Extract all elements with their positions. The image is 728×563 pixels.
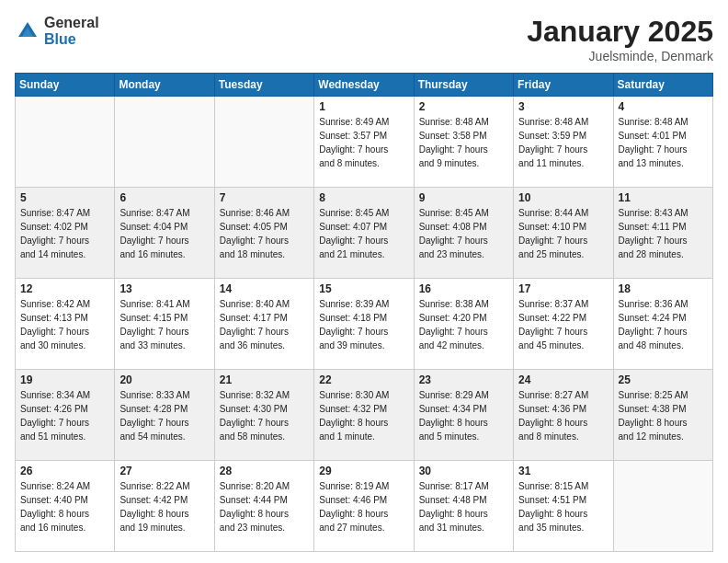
calendar-day-cell: 5Sunrise: 8:47 AMSunset: 4:02 PMDaylight… — [16, 188, 115, 279]
header-tuesday: Tuesday — [214, 74, 313, 97]
day-info: Sunrise: 8:15 AMSunset: 4:51 PMDaylight:… — [518, 479, 608, 534]
day-info: Sunrise: 8:41 AMSunset: 4:15 PMDaylight:… — [119, 297, 209, 352]
day-info: Sunrise: 8:19 AMSunset: 4:46 PMDaylight:… — [319, 479, 408, 534]
day-info: Sunrise: 8:32 AMSunset: 4:30 PMDaylight:… — [220, 388, 309, 443]
calendar-day-cell: 10Sunrise: 8:44 AMSunset: 4:10 PMDayligh… — [514, 188, 613, 279]
day-info: Sunrise: 8:47 AMSunset: 4:04 PMDaylight:… — [119, 206, 209, 261]
calendar-day-cell: 27Sunrise: 8:22 AMSunset: 4:42 PMDayligh… — [115, 461, 214, 552]
day-info: Sunrise: 8:44 AMSunset: 4:10 PMDaylight:… — [518, 206, 608, 261]
day-number: 1 — [319, 100, 408, 113]
logo-icon — [15, 18, 40, 44]
calendar-day-cell: 7Sunrise: 8:46 AMSunset: 4:05 PMDaylight… — [214, 188, 313, 279]
day-info: Sunrise: 8:47 AMSunset: 4:02 PMDaylight:… — [20, 206, 109, 261]
calendar-day-cell: 20Sunrise: 8:33 AMSunset: 4:28 PMDayligh… — [115, 370, 214, 461]
day-number: 25 — [619, 373, 708, 386]
header-sunday: Sunday — [16, 74, 115, 97]
logo-general-text: General — [44, 15, 99, 31]
calendar-day-cell — [214, 97, 313, 188]
day-number: 3 — [518, 100, 608, 113]
calendar-day-cell: 9Sunrise: 8:45 AMSunset: 4:08 PMDaylight… — [414, 188, 513, 279]
calendar-day-cell: 13Sunrise: 8:41 AMSunset: 4:15 PMDayligh… — [115, 279, 214, 370]
calendar-day-cell: 25Sunrise: 8:25 AMSunset: 4:38 PMDayligh… — [613, 370, 712, 461]
calendar-day-cell: 26Sunrise: 8:24 AMSunset: 4:40 PMDayligh… — [16, 461, 115, 552]
calendar-day-cell: 8Sunrise: 8:45 AMSunset: 4:07 PMDaylight… — [314, 188, 414, 279]
day-number: 29 — [319, 465, 408, 477]
calendar-day-cell: 30Sunrise: 8:17 AMSunset: 4:48 PMDayligh… — [414, 461, 513, 552]
day-info: Sunrise: 8:34 AMSunset: 4:26 PMDaylight:… — [20, 388, 109, 443]
day-info: Sunrise: 8:43 AMSunset: 4:11 PMDaylight:… — [619, 206, 708, 261]
day-info: Sunrise: 8:25 AMSunset: 4:38 PMDaylight:… — [619, 388, 708, 443]
day-info: Sunrise: 8:30 AMSunset: 4:32 PMDaylight:… — [319, 388, 408, 443]
header: General Blue January 2025 Juelsminde, De… — [15, 15, 713, 63]
day-info: Sunrise: 8:20 AMSunset: 4:44 PMDaylight:… — [220, 479, 309, 534]
day-info: Sunrise: 8:39 AMSunset: 4:18 PMDaylight:… — [319, 297, 408, 352]
day-info: Sunrise: 8:36 AMSunset: 4:24 PMDaylight:… — [619, 297, 708, 352]
calendar-day-cell: 3Sunrise: 8:48 AMSunset: 3:59 PMDaylight… — [514, 97, 613, 188]
calendar-week-row: 26Sunrise: 8:24 AMSunset: 4:40 PMDayligh… — [16, 461, 713, 552]
day-info: Sunrise: 8:24 AMSunset: 4:40 PMDaylight:… — [20, 479, 109, 534]
day-number: 31 — [518, 465, 608, 477]
logo-text: General Blue — [44, 15, 99, 47]
calendar-day-cell: 18Sunrise: 8:36 AMSunset: 4:24 PMDayligh… — [613, 279, 712, 370]
day-info: Sunrise: 8:48 AMSunset: 3:58 PMDaylight:… — [419, 115, 508, 170]
day-number: 7 — [220, 191, 309, 204]
calendar-day-cell: 22Sunrise: 8:30 AMSunset: 4:32 PMDayligh… — [314, 370, 414, 461]
day-number: 13 — [119, 282, 209, 295]
weekday-header-row: Sunday Monday Tuesday Wednesday Thursday… — [16, 74, 713, 97]
day-info: Sunrise: 8:33 AMSunset: 4:28 PMDaylight:… — [119, 388, 209, 443]
day-info: Sunrise: 8:48 AMSunset: 4:01 PMDaylight:… — [619, 115, 708, 170]
day-number: 19 — [20, 373, 109, 386]
location: Juelsminde, Denmark — [527, 49, 713, 63]
calendar-day-cell: 12Sunrise: 8:42 AMSunset: 4:13 PMDayligh… — [16, 279, 115, 370]
day-number: 14 — [220, 282, 309, 295]
header-saturday: Saturday — [613, 74, 712, 97]
day-info: Sunrise: 8:37 AMSunset: 4:22 PMDaylight:… — [518, 297, 608, 352]
day-number: 5 — [20, 191, 109, 204]
calendar-day-cell: 6Sunrise: 8:47 AMSunset: 4:04 PMDaylight… — [115, 188, 214, 279]
day-number: 4 — [619, 100, 708, 113]
day-info: Sunrise: 8:45 AMSunset: 4:07 PMDaylight:… — [319, 206, 408, 261]
day-number: 27 — [119, 465, 209, 477]
day-number: 20 — [119, 373, 209, 386]
calendar-day-cell — [16, 97, 115, 188]
calendar-week-row: 19Sunrise: 8:34 AMSunset: 4:26 PMDayligh… — [16, 370, 713, 461]
calendar-day-cell: 31Sunrise: 8:15 AMSunset: 4:51 PMDayligh… — [514, 461, 613, 552]
calendar-day-cell: 19Sunrise: 8:34 AMSunset: 4:26 PMDayligh… — [16, 370, 115, 461]
calendar-week-row: 5Sunrise: 8:47 AMSunset: 4:02 PMDaylight… — [16, 188, 713, 279]
calendar-day-cell: 15Sunrise: 8:39 AMSunset: 4:18 PMDayligh… — [314, 279, 414, 370]
day-number: 12 — [20, 282, 109, 295]
calendar-day-cell — [115, 97, 214, 188]
calendar-day-cell: 1Sunrise: 8:49 AMSunset: 3:57 PMDaylight… — [314, 97, 414, 188]
day-number: 9 — [419, 191, 508, 204]
calendar-day-cell: 2Sunrise: 8:48 AMSunset: 3:58 PMDaylight… — [414, 97, 513, 188]
day-info: Sunrise: 8:27 AMSunset: 4:36 PMDaylight:… — [518, 388, 608, 443]
day-number: 23 — [419, 373, 508, 386]
day-number: 16 — [419, 282, 508, 295]
calendar-day-cell: 28Sunrise: 8:20 AMSunset: 4:44 PMDayligh… — [214, 461, 313, 552]
calendar-day-cell: 16Sunrise: 8:38 AMSunset: 4:20 PMDayligh… — [414, 279, 513, 370]
header-thursday: Thursday — [414, 74, 513, 97]
calendar-day-cell: 17Sunrise: 8:37 AMSunset: 4:22 PMDayligh… — [514, 279, 613, 370]
day-number: 6 — [119, 191, 209, 204]
calendar-week-row: 12Sunrise: 8:42 AMSunset: 4:13 PMDayligh… — [16, 279, 713, 370]
day-number: 30 — [419, 465, 508, 477]
day-number: 8 — [319, 191, 408, 204]
day-info: Sunrise: 8:29 AMSunset: 4:34 PMDaylight:… — [419, 388, 508, 443]
day-info: Sunrise: 8:42 AMSunset: 4:13 PMDaylight:… — [20, 297, 109, 352]
day-info: Sunrise: 8:45 AMSunset: 4:08 PMDaylight:… — [419, 206, 508, 261]
page: General Blue January 2025 Juelsminde, De… — [0, 0, 728, 563]
day-info: Sunrise: 8:17 AMSunset: 4:48 PMDaylight:… — [419, 479, 508, 534]
calendar-day-cell: 21Sunrise: 8:32 AMSunset: 4:30 PMDayligh… — [214, 370, 313, 461]
calendar-day-cell: 4Sunrise: 8:48 AMSunset: 4:01 PMDaylight… — [613, 97, 712, 188]
day-number: 26 — [20, 465, 109, 477]
calendar-day-cell: 24Sunrise: 8:27 AMSunset: 4:36 PMDayligh… — [514, 370, 613, 461]
day-number: 2 — [419, 100, 508, 113]
logo-blue-text: Blue — [44, 31, 99, 48]
day-number: 24 — [518, 373, 608, 386]
day-info: Sunrise: 8:22 AMSunset: 4:42 PMDaylight:… — [119, 479, 209, 534]
header-wednesday: Wednesday — [314, 74, 414, 97]
day-info: Sunrise: 8:48 AMSunset: 3:59 PMDaylight:… — [518, 115, 608, 170]
calendar-day-cell — [613, 461, 712, 552]
title-block: January 2025 Juelsminde, Denmark — [527, 15, 713, 63]
day-number: 15 — [319, 282, 408, 295]
